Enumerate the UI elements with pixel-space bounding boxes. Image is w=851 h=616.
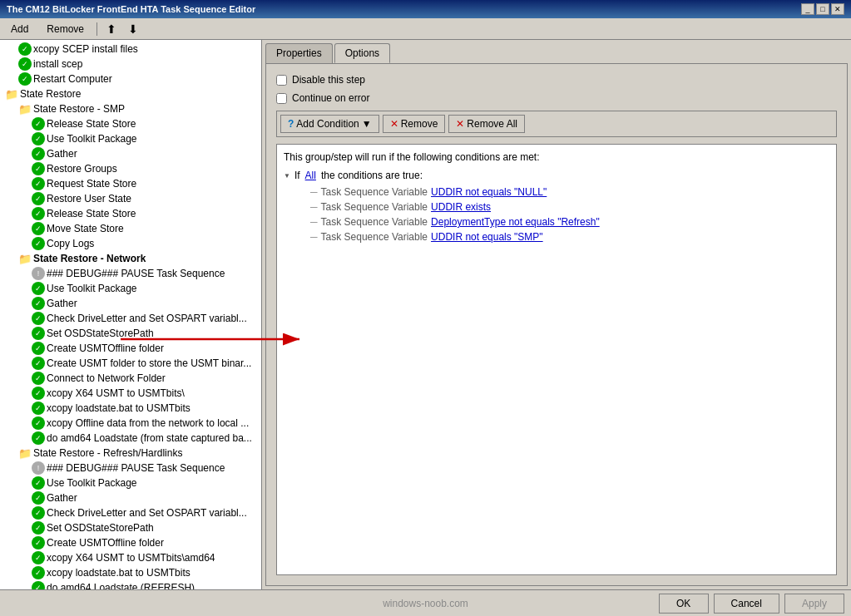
tree-item[interactable]: ✓Restart Computer [2, 71, 260, 86]
tree-item[interactable]: ✓Set OSDStateStorePath [2, 326, 260, 341]
tree-item-label: Create USMTOffline folder [47, 342, 164, 354]
condition-link[interactable]: UDDIR not equals "SMP" [431, 231, 543, 243]
condition-link[interactable]: UDDIR not equals "NULL" [431, 186, 547, 198]
add-condition-button[interactable]: ? Add Condition ▼ [280, 115, 379, 133]
cancel-button[interactable]: Cancel [714, 594, 779, 614]
tree-item-label: Check DriveLetter and Set OSPART variabl… [47, 313, 247, 324]
tree-item[interactable]: ✓xcopy loadstate.bat to USMTbits [2, 565, 260, 580]
tree-item[interactable]: 📁State Restore - Refresh/Hardlinks [2, 446, 260, 461]
tree-item-label: State Restore - Network [33, 253, 146, 264]
tree-item[interactable]: ✓xcopy X64 USMT to USMTbits\amd64 [2, 550, 260, 565]
tree-item[interactable]: ✓Create USMTOffline folder [2, 341, 260, 356]
tree-item[interactable]: ✓xcopy X64 USMT to USMTbits\ [2, 386, 260, 401]
tree-item[interactable]: ✓Release State Store [2, 116, 260, 131]
tree-item[interactable]: ✓do amd64 Loadstate (REFRESH) [2, 580, 260, 589]
apply-button[interactable]: Apply [784, 594, 844, 614]
icon-btn-2[interactable]: ⬇ [124, 20, 142, 38]
tree-item-label: install scep [33, 58, 82, 70]
if-label: If [294, 170, 300, 181]
condition-row: ─ Task Sequence Variable UDDIR not equal… [284, 229, 829, 244]
tree-item[interactable]: ✓Gather [2, 490, 260, 505]
remove-condition-button[interactable]: ✕ Remove [383, 115, 446, 133]
green-check-icon: ✓ [18, 72, 32, 86]
tree-item[interactable]: ✓Connect to Network Folder [2, 371, 260, 386]
main-content: ✓xcopy SCEP install files✓install scep✓R… [0, 40, 851, 589]
condition-link[interactable]: DeploymentType not equals "Refresh" [431, 216, 600, 228]
tree-item-label: xcopy loadstate.bat to USMTbits [47, 402, 190, 414]
condition-link[interactable]: UDDIR exists [431, 201, 491, 213]
add-menu-button[interactable]: Add [3, 21, 36, 37]
tree-item-label: Check DriveLetter and Set OSPART variabl… [47, 507, 247, 519]
tree-item[interactable]: ✓Request State Store [2, 176, 260, 191]
remove-menu-button[interactable]: Remove [39, 21, 92, 37]
condition-toolbar: ? Add Condition ▼ ✕ Remove ✕ Remove All [276, 111, 837, 137]
left-panel-tree[interactable]: ✓xcopy SCEP install files✓install scep✓R… [0, 40, 262, 589]
green-check-icon: ✓ [32, 416, 45, 430]
tree-item[interactable]: ✓install scep [2, 57, 260, 71]
tree-item-label: xcopy loadstate.bat to USMTbits [47, 567, 190, 579]
tree-item[interactable]: ✓xcopy SCEP install files [2, 42, 260, 57]
disable-step-checkbox[interactable] [276, 75, 287, 86]
tree-item[interactable]: ✓Create USMT folder to store the USMT bi… [2, 356, 260, 371]
menu-bar: Add Remove ⬆ ⬇ [0, 18, 851, 40]
tree-item-label: Create USMTOffline folder [47, 537, 164, 549]
tree-item[interactable]: ✓Restore User State [2, 191, 260, 206]
ok-button[interactable]: OK [659, 594, 709, 614]
green-check-icon: ✓ [32, 521, 45, 535]
tree-item[interactable]: ✓Use Toolkit Package [2, 131, 260, 146]
tree-item[interactable]: ✓Copy Logs [2, 236, 260, 251]
tree-item[interactable]: ✓Check DriveLetter and Set OSPART variab… [2, 311, 260, 326]
tree-item[interactable]: 📁State Restore - SMP [2, 101, 260, 116]
var-label: Task Sequence Variable [321, 201, 428, 213]
minimize-button[interactable]: _ [801, 3, 814, 15]
tree-item[interactable]: ✓Gather [2, 146, 260, 161]
close-button[interactable]: ✕ [831, 3, 844, 15]
green-check-icon: ✓ [32, 237, 45, 250]
tree-item[interactable]: ✓Gather [2, 296, 260, 311]
gray-icon: ! [32, 461, 45, 475]
tree-item[interactable]: !### DEBUG### PAUSE Task Sequence [2, 266, 260, 281]
tree-item-label: Create USMT folder to store the USMT bin… [47, 357, 251, 369]
tree-item[interactable]: ✓Use Toolkit Package [2, 476, 260, 490]
collapse-btn[interactable]: ▼ [284, 172, 290, 180]
tree-item-label: xcopy X64 USMT to USMTbits\ [47, 387, 185, 399]
tree-item[interactable]: ✓Use Toolkit Package [2, 281, 260, 296]
tab-properties[interactable]: Properties [265, 43, 333, 63]
continue-on-error-checkbox[interactable] [276, 93, 287, 104]
tree-item[interactable]: 📁State Restore - Network [2, 251, 260, 266]
tree-item-label: Restore Groups [47, 163, 117, 175]
tab-options[interactable]: Options [334, 43, 390, 63]
green-check-icon: ✓ [32, 207, 45, 220]
tree-item-label: Use Toolkit Package [47, 283, 137, 294]
tree-item[interactable]: ✓Check DriveLetter and Set OSPART variab… [2, 505, 260, 520]
tree-item[interactable]: ✓xcopy loadstate.bat to USMTbits [2, 401, 260, 416]
tree-item[interactable]: ✓xcopy Offline data from the network to … [2, 416, 260, 431]
green-check-icon: ✓ [32, 147, 45, 160]
tree-item[interactable]: ✓Move State Store [2, 221, 260, 236]
tree-item[interactable]: ✓Create USMTOffline folder [2, 535, 260, 550]
tree-item[interactable]: 📁State Restore [2, 86, 260, 101]
remove-all-icon: ✕ [456, 118, 464, 130]
green-check-icon: ✓ [32, 536, 45, 549]
tree-item-label: State Restore - Refresh/Hardlinks [33, 447, 182, 459]
folder-icon: 📁 [5, 87, 18, 101]
tree-item[interactable]: ✓Restore Groups [2, 161, 260, 176]
condition-row: ─ Task Sequence Variable DeploymentType … [284, 214, 829, 229]
tree-item[interactable]: ✓Release State Store [2, 206, 260, 221]
tree-item[interactable]: ✓do amd64 Loadstate (from state captured… [2, 431, 260, 446]
maximize-button[interactable]: □ [816, 3, 829, 15]
continue-on-error-row: Continue on error [276, 92, 837, 104]
green-check-icon: ✓ [18, 42, 32, 56]
tree-item-label: Restart Computer [33, 73, 112, 85]
window-title: The CM12 BitLocker FrontEnd HTA Task Seq… [7, 4, 255, 14]
tree-item-label: Gather [47, 148, 77, 160]
dropdown-arrow-icon: ▼ [362, 118, 372, 130]
all-link[interactable]: All [305, 170, 316, 181]
tree-item[interactable]: !### DEBUG### PAUSE Task Sequence [2, 461, 260, 476]
icon-btn-1[interactable]: ⬆ [102, 20, 121, 38]
remove-all-button[interactable]: ✕ Remove All [448, 115, 525, 133]
tree-item[interactable]: ✓Set OSDStateStorePath [2, 520, 260, 535]
options-panel: Disable this step Continue on error ? Ad… [265, 63, 848, 586]
tab-bar: Properties Options [262, 40, 851, 63]
right-panel: Properties Options Disable this step Con… [262, 40, 851, 589]
